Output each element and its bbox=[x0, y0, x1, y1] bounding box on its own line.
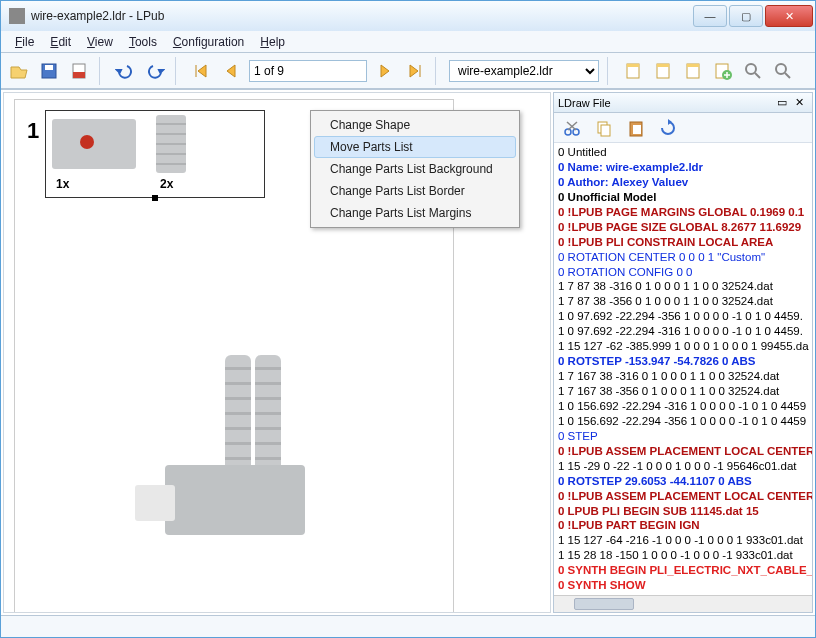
source-line[interactable]: 1 15 28 18 -150 1 0 0 0 -1 0 0 0 -1 933c… bbox=[558, 548, 808, 563]
source-line[interactable]: 0 LPUB PLI BEGIN SUB 11145.dat 15 bbox=[558, 504, 808, 519]
separator bbox=[435, 57, 441, 85]
window-controls: — ▢ ✕ bbox=[691, 5, 813, 27]
source-line[interactable]: 0 !LPUB PLI CONSTRAIN LOCAL AREA bbox=[558, 235, 808, 250]
copy-icon[interactable] bbox=[590, 114, 618, 142]
next-page-icon[interactable] bbox=[371, 57, 399, 85]
menu-tools[interactable]: Tools bbox=[121, 33, 165, 51]
source-line[interactable]: 1 15 127 -62 -385.999 1 0 0 0 1 0 0 0 1 … bbox=[558, 339, 808, 354]
svg-line-15 bbox=[785, 73, 790, 78]
svg-rect-7 bbox=[657, 64, 669, 67]
menu-view[interactable]: View bbox=[79, 33, 121, 51]
source-line[interactable]: 1 7 167 38 -356 0 1 0 0 0 1 1 0 0 32524.… bbox=[558, 384, 808, 399]
statusbar bbox=[1, 615, 815, 637]
context-menu-item[interactable]: Move Parts List bbox=[314, 136, 516, 158]
source-line[interactable]: 0 STEP bbox=[558, 429, 808, 444]
context-menu-item[interactable]: Change Shape bbox=[314, 114, 516, 136]
toolbar: wire-example2.ldr bbox=[1, 53, 815, 89]
source-line[interactable]: 0 Author: Alexey Valuev bbox=[558, 175, 808, 190]
zoom-in-icon[interactable] bbox=[739, 57, 767, 85]
context-menu-item[interactable]: Change Parts List Border bbox=[314, 180, 516, 202]
source-line[interactable]: 0 Unofficial Model bbox=[558, 190, 808, 205]
context-menu-item[interactable]: Change Parts List Margins bbox=[314, 202, 516, 224]
source-line[interactable]: 0 !LPUB ASSEM PLACEMENT LOCAL CENTER bbox=[558, 489, 808, 504]
part-thumbnail bbox=[52, 119, 136, 169]
paste-icon[interactable] bbox=[622, 114, 650, 142]
source-line[interactable]: 0 ROTATION CENTER 0 0 0 1 "Custom" bbox=[558, 250, 808, 265]
source-line[interactable]: 1 7 87 38 -356 0 1 0 0 0 1 1 0 0 32524.d… bbox=[558, 294, 808, 309]
undo-icon[interactable] bbox=[111, 57, 139, 85]
menu-configuration[interactable]: Configuration bbox=[165, 33, 252, 51]
source-line[interactable]: 0 ROTSTEP -153.947 -54.7826 0 ABS bbox=[558, 354, 808, 369]
svg-rect-3 bbox=[73, 72, 85, 78]
svg-rect-21 bbox=[633, 125, 641, 134]
source-line[interactable]: 0 Untitled bbox=[558, 145, 808, 160]
source-line[interactable]: 1 0 97.692 -22.294 -316 1 0 0 0 0 -1 0 1… bbox=[558, 324, 808, 339]
menu-help[interactable]: Help bbox=[252, 33, 293, 51]
svg-rect-1 bbox=[45, 65, 53, 70]
ldraw-source[interactable]: 0 Untitled0 Name: wire-example2.ldr0 Aut… bbox=[554, 143, 812, 595]
context-menu-item[interactable]: Change Parts List Background bbox=[314, 158, 516, 180]
close-button[interactable]: ✕ bbox=[765, 5, 813, 27]
parts-list[interactable]: 1x 2x bbox=[45, 110, 265, 198]
panel-toolbar bbox=[554, 113, 812, 143]
menu-file[interactable]: File bbox=[7, 33, 42, 51]
separator bbox=[607, 57, 613, 85]
page-input[interactable] bbox=[249, 60, 367, 82]
cut-icon[interactable] bbox=[558, 114, 586, 142]
svg-rect-5 bbox=[627, 64, 639, 67]
part-qty: 1x bbox=[56, 177, 69, 191]
titlebar: wire-example2.ldr - LPub — ▢ ✕ bbox=[1, 1, 815, 31]
menu-edit[interactable]: Edit bbox=[42, 33, 79, 51]
source-line[interactable]: 0 !LPUB PAGE MARGINS GLOBAL 0.1969 0.1 bbox=[558, 205, 808, 220]
source-line[interactable]: 1 7 87 38 -316 0 1 0 0 0 1 1 0 0 32524.d… bbox=[558, 279, 808, 294]
svg-rect-19 bbox=[601, 125, 610, 136]
source-line[interactable]: 1 0 156.692 -22.294 -316 1 0 0 0 0 -1 0 … bbox=[558, 399, 808, 414]
first-page-icon[interactable] bbox=[187, 57, 215, 85]
window-title: wire-example2.ldr - LPub bbox=[31, 9, 691, 23]
minimize-button[interactable]: — bbox=[693, 5, 727, 27]
source-line[interactable]: 0 Name: wire-example2.ldr bbox=[558, 160, 808, 175]
source-line[interactable]: 0 !LPUB PAGE SIZE GLOBAL 8.2677 11.6929 bbox=[558, 220, 808, 235]
zoom-out-icon[interactable] bbox=[769, 57, 797, 85]
part-thumbnail bbox=[156, 115, 186, 173]
redo-icon[interactable] bbox=[141, 57, 169, 85]
source-line[interactable]: 1 7 167 38 -316 0 1 0 0 0 1 1 0 0 32524.… bbox=[558, 369, 808, 384]
doc-icon-1[interactable] bbox=[619, 57, 647, 85]
save-icon[interactable] bbox=[35, 57, 63, 85]
panel-header: LDraw File ▭ ✕ bbox=[554, 93, 812, 113]
svg-point-12 bbox=[746, 64, 756, 74]
source-line[interactable]: 0 SYNTH SHOW bbox=[558, 578, 808, 593]
maximize-button[interactable]: ▢ bbox=[729, 5, 763, 27]
separator bbox=[99, 57, 105, 85]
horizontal-scrollbar[interactable] bbox=[554, 595, 812, 612]
doc-icon-2[interactable] bbox=[649, 57, 677, 85]
separator bbox=[175, 57, 181, 85]
export-pdf-icon[interactable] bbox=[65, 57, 93, 85]
app-icon bbox=[9, 8, 25, 24]
source-line[interactable]: 0 !LPUB ASSEM PLACEMENT LOCAL CENTER bbox=[558, 444, 808, 459]
panel-title: LDraw File bbox=[558, 97, 773, 109]
source-line[interactable]: 1 0 97.692 -22.294 -356 1 0 0 0 0 -1 0 1… bbox=[558, 309, 808, 324]
source-line[interactable]: 0 ROTSTEP 29.6053 -44.1107 0 ABS bbox=[558, 474, 808, 489]
doc-add-icon[interactable] bbox=[709, 57, 737, 85]
source-line[interactable]: 1 15 127 -64 -216 -1 0 0 0 -1 0 0 0 1 93… bbox=[558, 533, 808, 548]
file-select[interactable]: wire-example2.ldr bbox=[449, 60, 599, 82]
panel-close-icon[interactable]: ✕ bbox=[791, 96, 808, 109]
source-line[interactable]: 0 SYNTH BEGIN PLI_ELECTRIC_NXT_CABLE_ bbox=[558, 563, 808, 578]
source-line[interactable]: 0 ROTATION CONFIG 0 0 bbox=[558, 265, 808, 280]
app-window: wire-example2.ldr - LPub — ▢ ✕ File Edit… bbox=[0, 0, 816, 638]
doc-icon-3[interactable] bbox=[679, 57, 707, 85]
refresh-icon[interactable] bbox=[654, 114, 682, 142]
step-number: 1 bbox=[27, 118, 39, 144]
source-line[interactable]: 1 0 156.692 -22.294 -356 1 0 0 0 0 -1 0 … bbox=[558, 414, 808, 429]
ldraw-panel: LDraw File ▭ ✕ 0 Untitled0 Name: wire-ex… bbox=[553, 92, 813, 613]
source-line[interactable]: 1 15 -29 0 -22 -1 0 0 0 1 0 0 0 -1 95646… bbox=[558, 459, 808, 474]
open-icon[interactable] bbox=[5, 57, 33, 85]
panel-undock-icon[interactable]: ▭ bbox=[773, 96, 791, 109]
source-line[interactable]: 0 !LPUB PART BEGIN IGN bbox=[558, 518, 808, 533]
prev-page-icon[interactable] bbox=[217, 57, 245, 85]
menubar: File Edit View Tools Configuration Help bbox=[1, 31, 815, 53]
context-menu: Change ShapeMove Parts ListChange Parts … bbox=[310, 110, 520, 228]
svg-point-14 bbox=[776, 64, 786, 74]
last-page-icon[interactable] bbox=[401, 57, 429, 85]
